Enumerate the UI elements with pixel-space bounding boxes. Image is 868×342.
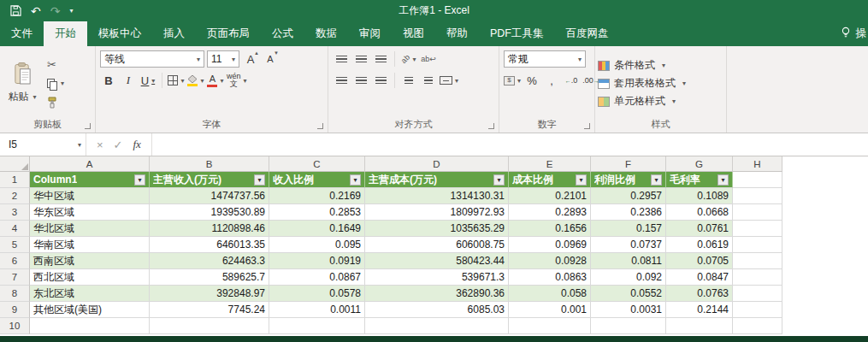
decrease-font-size-button[interactable]: A▼ <box>262 50 279 68</box>
cell-E3[interactable]: 0.2893 <box>509 204 591 221</box>
clipboard-dialog-launcher-icon[interactable] <box>85 123 91 129</box>
tab-开始[interactable]: 开始 <box>44 21 87 46</box>
cell-F3[interactable]: 0.2386 <box>591 204 666 221</box>
column-header-E[interactable]: E <box>509 156 591 172</box>
row-header-5[interactable]: 5 <box>0 237 30 253</box>
cell-A6[interactable]: 西南区域 <box>30 253 150 269</box>
cell-B2[interactable]: 1474737.56 <box>150 188 269 204</box>
insert-function-icon[interactable]: fx <box>133 138 141 151</box>
cell-C7[interactable]: 0.0867 <box>269 269 365 286</box>
column-header-C[interactable]: C <box>269 156 365 172</box>
increase-indent-icon[interactable] <box>420 72 437 89</box>
alignment-dialog-launcher-icon[interactable] <box>488 123 494 129</box>
align-left-button[interactable] <box>333 72 350 89</box>
row-header-7[interactable]: 7 <box>0 269 30 286</box>
cell-B5[interactable]: 646013.35 <box>150 237 269 253</box>
cell-A10[interactable] <box>30 318 150 334</box>
increase-decimal-button[interactable]: ←.0 <box>563 72 580 89</box>
number-dialog-launcher-icon[interactable] <box>584 123 590 129</box>
cell-D1[interactable]: 主营成本(万元)▾ <box>365 172 509 188</box>
row-header-6[interactable]: 6 <box>0 253 30 269</box>
filter-dropdown-button[interactable]: ▾ <box>350 174 361 186</box>
align-middle-button[interactable] <box>352 50 369 68</box>
cell-C5[interactable]: 0.095 <box>269 237 365 253</box>
row-header-4[interactable]: 4 <box>0 221 30 237</box>
redo-icon[interactable]: ↷ <box>50 5 61 17</box>
cell-D7[interactable]: 539671.3 <box>365 269 509 286</box>
tab-模板中心[interactable]: 模板中心 <box>87 21 152 46</box>
cell-H5[interactable] <box>733 237 782 253</box>
italic-button[interactable]: I <box>120 72 137 89</box>
tab-公式[interactable]: 公式 <box>261 21 304 46</box>
format-as-table-button[interactable]: 套用表格格式▾ <box>598 76 723 91</box>
cancel-icon[interactable]: × <box>97 139 103 151</box>
cell-A3[interactable]: 华东区域 <box>30 204 150 221</box>
cell-G2[interactable]: 0.1089 <box>666 188 733 204</box>
align-top-button[interactable] <box>333 50 350 68</box>
column-header-A[interactable]: A <box>30 156 150 172</box>
tab-视图[interactable]: 视图 <box>392 21 435 46</box>
filter-dropdown-button[interactable]: ▾ <box>493 174 505 186</box>
row-header-10[interactable]: 10 <box>0 318 30 334</box>
customize-qat-icon[interactable]: ▾ <box>69 8 73 15</box>
cell-B7[interactable]: 589625.7 <box>150 269 269 286</box>
tab-帮助[interactable]: 帮助 <box>435 21 479 46</box>
align-right-button[interactable] <box>372 72 389 89</box>
tab-数据[interactable]: 数据 <box>304 21 348 46</box>
cell-H10[interactable] <box>733 318 782 334</box>
wrap-text-button[interactable]: ab↩ <box>420 50 437 68</box>
column-header-B[interactable]: B <box>150 156 269 172</box>
cell-A7[interactable]: 西北区域 <box>30 269 150 286</box>
cell-B3[interactable]: 1939530.89 <box>150 204 269 221</box>
font-family-select[interactable]: 等线▾ <box>100 50 204 68</box>
cell-C3[interactable]: 0.2853 <box>269 204 365 221</box>
tab-百度网盘[interactable]: 百度网盘 <box>555 21 620 46</box>
cell-C4[interactable]: 0.1649 <box>269 221 365 237</box>
copy-icon[interactable]: ▾ <box>47 77 64 91</box>
cell-H4[interactable] <box>733 221 782 237</box>
conditional-formatting-button[interactable]: 条件格式▾ <box>598 58 723 73</box>
cell-D4[interactable]: 1035635.29 <box>365 221 509 237</box>
cell-F4[interactable]: 0.157 <box>591 221 666 237</box>
filter-dropdown-button[interactable]: ▾ <box>134 174 145 186</box>
cell-G1[interactable]: 毛利率▾ <box>666 172 733 188</box>
tab-审阅[interactable]: 审阅 <box>348 21 392 46</box>
cell-D3[interactable]: 1809972.93 <box>365 204 509 221</box>
cell-E6[interactable]: 0.0928 <box>509 253 591 269</box>
cell-A1[interactable]: Column1▾ <box>30 172 150 188</box>
cell-styles-button[interactable]: 单元格样式▾ <box>598 94 723 109</box>
cell-D2[interactable]: 1314130.31 <box>365 188 509 204</box>
formula-input[interactable] <box>152 133 868 156</box>
font-size-select[interactable]: 11▾ <box>207 50 239 68</box>
paste-button[interactable]: 粘贴▾ <box>3 49 42 118</box>
cell-H6[interactable] <box>733 253 782 269</box>
cell-B6[interactable]: 624463.3 <box>150 253 269 269</box>
row-header-2[interactable]: 2 <box>0 188 30 204</box>
cell-C1[interactable]: 收入比例▾ <box>269 172 365 188</box>
comma-style-button[interactable]: , <box>543 72 560 89</box>
number-format-select[interactable]: 常规▾ <box>504 50 586 68</box>
cell-G10[interactable] <box>666 318 733 334</box>
cell-C6[interactable]: 0.0919 <box>269 253 365 269</box>
cell-A9[interactable]: 其他区域(美国) <box>30 302 150 318</box>
column-header-F[interactable]: F <box>591 156 666 172</box>
merge-center-button[interactable]: ▾ <box>440 72 458 89</box>
cell-A4[interactable]: 华北区域 <box>30 221 150 237</box>
cell-H7[interactable] <box>733 269 782 286</box>
cell-H1[interactable] <box>733 172 782 188</box>
cell-F9[interactable]: 0.0031 <box>591 302 666 318</box>
cell-A8[interactable]: 东北区域 <box>30 286 150 302</box>
cell-H8[interactable] <box>733 286 782 302</box>
cell-E9[interactable]: 0.001 <box>509 302 591 318</box>
cell-F7[interactable]: 0.092 <box>591 269 666 286</box>
cell-B8[interactable]: 392848.97 <box>150 286 269 302</box>
cell-D5[interactable]: 606008.75 <box>365 237 509 253</box>
cell-G5[interactable]: 0.0619 <box>666 237 733 253</box>
cell-G7[interactable]: 0.0847 <box>666 269 733 286</box>
cell-E10[interactable] <box>509 318 591 334</box>
cell-G4[interactable]: 0.0761 <box>666 221 733 237</box>
cell-B9[interactable]: 7745.24 <box>150 302 269 318</box>
align-bottom-button[interactable] <box>372 50 389 68</box>
cell-B4[interactable]: 1120898.46 <box>150 221 269 237</box>
cell-C2[interactable]: 0.2169 <box>269 188 365 204</box>
